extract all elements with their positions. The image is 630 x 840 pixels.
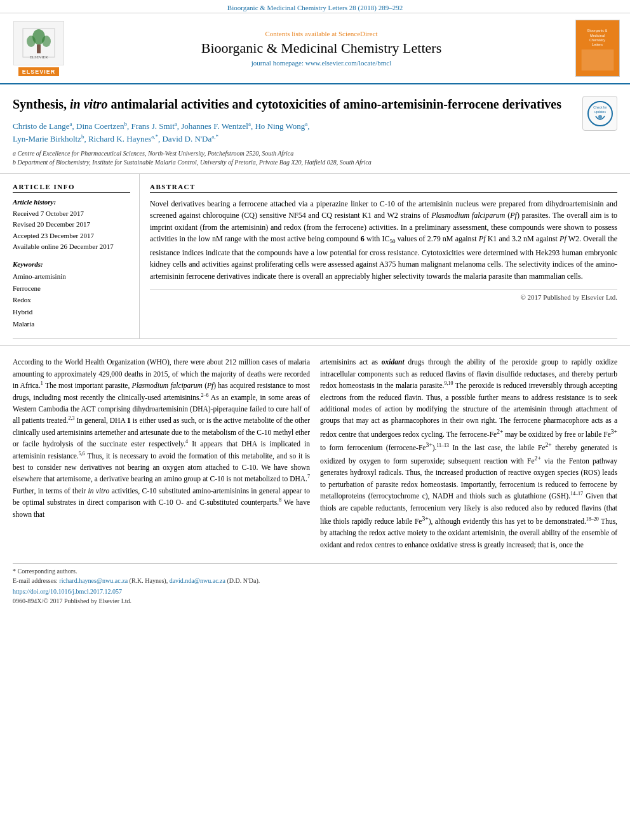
received-date: Received 7 October 2017 (13, 208, 130, 220)
body-paragraph-1-left: According to the World Health Organizati… (13, 356, 310, 519)
journal-top-bar: Bioorganic & Medicinal Chemistry Letters… (0, 0, 630, 13)
abstract-section: ABSTRACT Novel derivatives bearing a fer… (140, 174, 617, 339)
footer-area: * Corresponding authors. E-mail addresse… (0, 559, 630, 608)
email2[interactable]: david.nda@nwu.ac.za (170, 577, 225, 584)
journal-citation: Bioorganic & Medicinal Chemistry Letters… (227, 4, 403, 11)
sciencedirect-line: Contents lists available at ScienceDirec… (74, 30, 569, 37)
available-date: Available online 26 December 2017 (13, 241, 130, 253)
svg-rect-4 (37, 44, 41, 53)
title-italic: in vitro (70, 97, 107, 111)
article-info-heading: ARTICLE INFO (13, 183, 130, 193)
email-label: E-mail addresses: (13, 577, 58, 584)
footer-note: * Corresponding authors. E-mail addresse… (13, 563, 617, 585)
abstract-heading: ABSTRACT (150, 183, 617, 193)
email1-author: (R.K. Haynes), (130, 577, 168, 584)
doi-link[interactable]: https://doi.org/10.1016/j.bmcl.2017.12.0… (13, 588, 122, 595)
elsevier-logo-image: ELSEVIER (13, 21, 64, 65)
main-content: According to the World Health Organizati… (0, 345, 630, 554)
abstract-text: Novel derivatives bearing a ferrocene at… (150, 198, 617, 283)
check-updates-badge: Check for updates (582, 96, 617, 131)
svg-text:Medicinal: Medicinal (590, 33, 605, 37)
keywords-label: Keywords: (13, 260, 130, 268)
svg-point-3 (42, 36, 51, 47)
article-body: ARTICLE INFO Article history: Received 7… (0, 174, 630, 339)
footer-issn: 0960-894X/© 2017 Published by Elsevier L… (13, 597, 617, 604)
homepage-label: journal homepage: (251, 59, 304, 67)
svg-text:Bioorganic &: Bioorganic & (587, 29, 608, 32)
body-paragraph-1-right: artemisinins act as oxidant drugs throug… (320, 356, 617, 550)
history-label: Article history: (13, 198, 130, 206)
homepage-url[interactable]: www.elsevier.com/locate/bmcl (305, 59, 392, 67)
keyword-2: Ferrocene (13, 283, 130, 295)
divider (13, 338, 617, 339)
revised-date: Revised 20 December 2017 (13, 219, 130, 230)
keyword-4: Hybrid (13, 306, 130, 318)
article-history: Article history: Received 7 October 2017… (13, 198, 130, 253)
article-title-section: Synthesis, in vitro antimalarial activit… (0, 84, 630, 174)
svg-text:ELSEVIER: ELSEVIER (30, 55, 48, 59)
svg-rect-11 (582, 49, 614, 70)
sciencedirect-text: Contents lists available at (265, 30, 337, 37)
body-column-right: artemisinins act as oxidant drugs throug… (320, 356, 617, 554)
article-info-panel: ARTICLE INFO Article history: Received 7… (13, 174, 140, 339)
affiliation-b: b Department of Biochemistry, Institute … (13, 159, 372, 166)
keywords-section: Keywords: Amino-artemisinin Ferrocene Re… (13, 260, 130, 330)
keyword-3: Redox (13, 294, 130, 306)
accepted-date: Accepted 23 December 2017 (13, 230, 130, 242)
article-title-text: Synthesis, in vitro antimalarial activit… (13, 96, 576, 167)
svg-text:updates: updates (594, 110, 606, 114)
body-column-left: According to the World Health Organizati… (13, 356, 310, 554)
corresponding-note: * Corresponding authors. (13, 568, 77, 575)
authors-line: Christo de Langea, Dina Coertzenb, Frans… (13, 120, 576, 145)
journal-cover-image: Bioorganic & Medicinal Chemistry Letters (575, 20, 620, 77)
svg-point-2 (27, 36, 36, 47)
copyright-line: © 2017 Published by Elsevier Ltd. (150, 289, 617, 301)
keyword-1: Amino-artemisinin (13, 270, 130, 283)
footer-doi[interactable]: https://doi.org/10.1016/j.bmcl.2017.12.0… (13, 588, 617, 595)
journal-homepage: journal homepage: www.elsevier.com/locat… (74, 59, 569, 67)
title-part2: antimalarial activities and cytotoxiciti… (107, 97, 561, 111)
svg-text:Letters: Letters (592, 43, 603, 46)
elsevier-badge: ELSEVIER (18, 67, 60, 76)
journal-title: Bioorganic & Medicinal Chemistry Letters (74, 40, 569, 57)
svg-text:Chemistry: Chemistry (589, 37, 605, 41)
svg-point-15 (598, 115, 602, 119)
sciencedirect-link-text[interactable]: ScienceDirect (338, 30, 378, 37)
svg-text:Check for: Check for (593, 105, 607, 109)
article-main-title: Synthesis, in vitro antimalarial activit… (13, 96, 576, 112)
affiliations: a Centre of Excellence for Pharmaceutica… (13, 149, 576, 167)
journal-header-center: Contents lists available at ScienceDirec… (74, 30, 569, 67)
affiliation-a: a Centre of Excellence for Pharmaceutica… (13, 150, 293, 157)
journal-header: ELSEVIER ELSEVIER Contents lists availab… (0, 13, 630, 84)
title-part1: Synthesis, (13, 97, 70, 111)
email2-author: (D.D. N'Da). (227, 577, 260, 584)
email1[interactable]: richard.haynes@nwu.ac.za (59, 577, 128, 584)
elsevier-logo-area: ELSEVIER ELSEVIER (10, 21, 67, 76)
keyword-5: Malaria (13, 318, 130, 330)
